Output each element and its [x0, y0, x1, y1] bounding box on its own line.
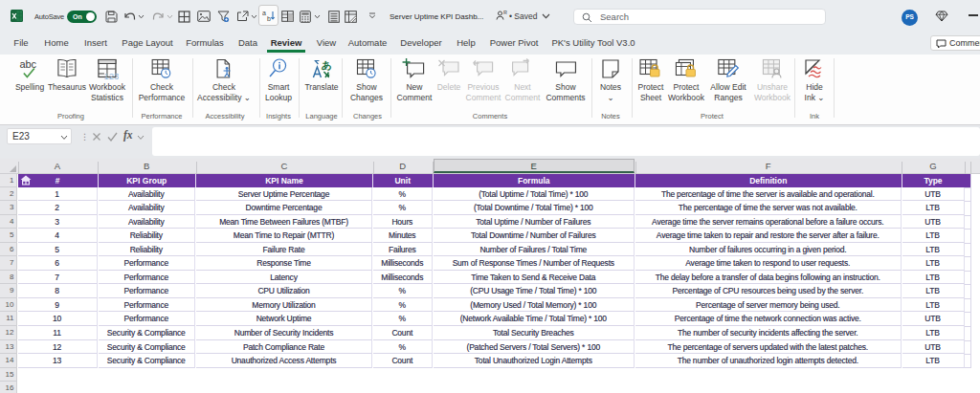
svg-text:abc: abc [20, 58, 37, 70]
svg-text:b: b [267, 15, 271, 22]
svg-text:a: a [262, 10, 266, 16]
svg-text:あ: あ [321, 59, 331, 71]
svg-text:R: R [503, 10, 507, 15]
svg-text:123: 123 [103, 71, 119, 81]
